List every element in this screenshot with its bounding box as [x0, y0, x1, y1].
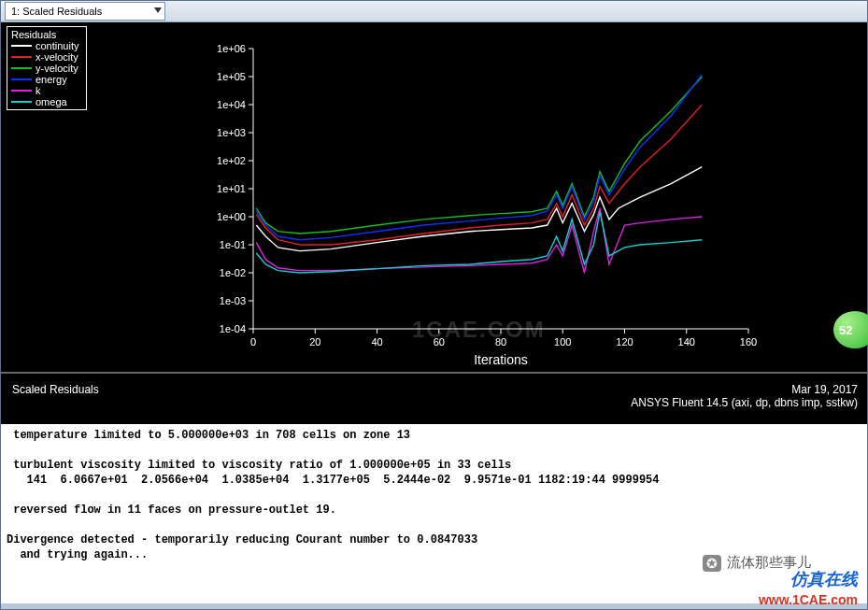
residuals-chart: 1e-041e-031e-021e-011e+001e+011e+021e+03… [188, 39, 758, 376]
plot-footer-title: Scaled Residuals [12, 383, 99, 396]
legend-label: continuity [36, 40, 78, 51]
svg-text:0: 0 [250, 336, 256, 348]
legend: Residuals continuityx-velocityy-velocity… [7, 26, 87, 110]
svg-text:1e-01: 1e-01 [220, 239, 246, 250]
svg-text:1e+05: 1e+05 [217, 71, 246, 82]
svg-text:20: 20 [309, 336, 320, 348]
legend-item: k [11, 85, 78, 96]
svg-text:1e-03: 1e-03 [220, 295, 246, 306]
legend-label: energy [36, 74, 67, 85]
plot-footer-date: Mar 19, 2017 [631, 383, 858, 396]
legend-item: omega [11, 96, 78, 107]
legend-swatch [11, 56, 32, 58]
svg-text:Iterations: Iterations [474, 352, 528, 367]
console-output: temperature limited to 5.000000e+03 in 7… [1, 424, 867, 603]
svg-text:1e+00: 1e+00 [217, 211, 246, 222]
plot-footer: Scaled Residuals Mar 19, 2017 ANSYS Flue… [1, 372, 867, 424]
svg-text:140: 140 [678, 336, 695, 348]
watermark-site-url: www.1CAE.com [759, 592, 858, 607]
legend-swatch [11, 78, 32, 80]
toolbar: 1: Scaled Residuals [1, 1, 867, 22]
wechat-icon: ✪ [703, 555, 721, 572]
plot-area: Residuals continuityx-velocityy-velocity… [1, 22, 867, 424]
svg-text:1e-02: 1e-02 [220, 267, 246, 278]
chevron-down-icon [154, 7, 162, 13]
legend-swatch [11, 45, 32, 47]
legend-item: y-velocity [11, 63, 78, 74]
svg-text:40: 40 [371, 336, 382, 348]
svg-text:1e+03: 1e+03 [217, 127, 246, 138]
legend-label: x-velocity [36, 51, 78, 63]
legend-label: y-velocity [36, 63, 78, 74]
legend-item: x-velocity [11, 51, 78, 63]
side-badge-value: 52 [839, 323, 852, 337]
svg-text:160: 160 [740, 336, 757, 348]
svg-text:60: 60 [434, 336, 445, 348]
legend-item: energy [11, 74, 78, 85]
legend-title: Residuals [11, 29, 78, 40]
legend-swatch [11, 101, 32, 103]
svg-text:120: 120 [616, 336, 633, 348]
svg-text:1e+06: 1e+06 [217, 43, 246, 54]
legend-swatch [11, 90, 32, 92]
view-selector-dropdown[interactable]: 1: Scaled Residuals [5, 2, 165, 21]
legend-swatch [11, 67, 32, 69]
svg-text:1e+04: 1e+04 [217, 99, 246, 110]
view-selector-label: 1: Scaled Residuals [11, 6, 102, 17]
watermark-site-cn: 仿真在线 [790, 568, 858, 590]
legend-item: continuity [11, 40, 78, 51]
plot-footer-product: ANSYS Fluent 14.5 (axi, dp, dbns imp, ss… [631, 396, 858, 409]
svg-text:1e+01: 1e+01 [217, 183, 246, 194]
svg-text:100: 100 [554, 336, 571, 348]
app-window: 1: Scaled Residuals Residuals continuity… [0, 0, 868, 610]
svg-text:1e-04: 1e-04 [220, 323, 246, 334]
svg-text:80: 80 [495, 336, 506, 348]
svg-text:1e+02: 1e+02 [217, 155, 246, 166]
legend-label: omega [36, 96, 67, 107]
legend-label: k [36, 85, 41, 96]
